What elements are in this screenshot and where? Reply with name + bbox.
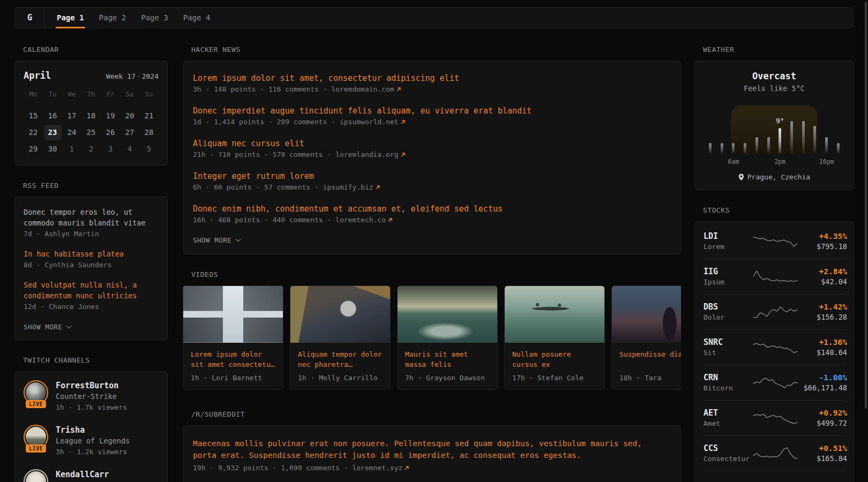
twitch-channel-row[interactable]: KendallCarr — [24, 469, 159, 482]
app-logo[interactable]: G — [15, 7, 45, 28]
video-meta: 1h · Lori Barnett — [191, 374, 275, 382]
weather-section: WEATHER Overcast Feels like 5°C — [694, 46, 854, 190]
twitch-channel-row[interactable]: LIVE Trisha League of Legends 3h · 1.2k … — [24, 425, 159, 457]
video-card[interactable]: Mauris sit amet massa felis 7h · Grayson… — [397, 285, 498, 390]
hackernews-item-title[interactable]: Donec enim nibh, condimentum et accumsan… — [193, 204, 671, 214]
page-tab[interactable]: Page 3 — [133, 7, 176, 28]
channel-name: Trisha — [56, 425, 130, 435]
video-meta: 18h · Tara — [619, 374, 681, 382]
top-nav-bar: G Page 1 Page 2 Page 3 Page 4 — [14, 7, 854, 28]
hackernews-item-title[interactable]: Lorem ipsum dolor sit amet, consectetur … — [193, 73, 671, 84]
hackernews-item-title[interactable]: Aliquam nec cursus elit — [193, 138, 671, 149]
stock-sparkline — [753, 478, 798, 482]
stock-row[interactable]: DBS Dolor +1.42% $156.28 — [704, 295, 845, 330]
calendar-day-cell: 23 — [43, 124, 62, 141]
stock-row[interactable]: LDI Lorem +4.35% $795.18 — [704, 224, 845, 259]
channel-category: Counter-Strike — [56, 391, 127, 402]
subreddit-post-title[interactable]: Maecenas mollis pulvinar erat non posuer… — [193, 438, 671, 461]
weather-time-label: 10pm — [819, 158, 834, 165]
rss-item-title[interactable]: In hac habitasse platea — [24, 248, 159, 259]
subreddit-section-title: /R/SUBREDDIT — [191, 410, 681, 418]
hackernews-item-title[interactable]: Donec imperdiet augue tincidunt felis al… — [193, 106, 671, 116]
weather-bar — [755, 137, 758, 154]
weather-bar-column: 6am — [732, 106, 735, 154]
stock-row[interactable]: CCS Consectetur +0.51% $165.84 — [704, 436, 845, 471]
weather-location: Prague, Czechia — [704, 173, 845, 181]
calendar-weekday: Th — [81, 87, 101, 101]
dot-separator: · — [136, 72, 142, 80]
stock-ticker: AET — [704, 408, 753, 418]
stock-sparkline — [753, 340, 798, 356]
weather-bar — [825, 137, 828, 154]
rss-item: Sed volutpat nulla nisl, a condimentum n… — [24, 280, 159, 312]
hackernews-item-title[interactable]: Integer eget rutrum lorem — [193, 171, 671, 182]
weather-bar — [837, 143, 840, 154]
stock-change-percent: +0.92% — [798, 408, 847, 418]
calendar-day-cell: 27 — [120, 124, 139, 141]
weather-bar-column — [813, 106, 816, 154]
calendar-week-year: Week 17·2024 — [106, 72, 159, 80]
stock-price: $148.64 — [798, 348, 847, 358]
right-column: WEATHER Overcast Feels like 5°C — [694, 46, 854, 482]
weather-bar-column — [744, 106, 746, 154]
video-card[interactable]: Aliquam tempor dolor nec pharetra… 1h · … — [290, 285, 391, 390]
twitch-channel-row[interactable]: LIVE ForrestBurton Counter-Strike 1h · 1… — [24, 380, 159, 413]
stock-ticker: LDI — [704, 231, 753, 242]
hackernews-card: Lorem ipsum dolor sit amet, consectetur … — [183, 61, 681, 254]
external-link-icon — [400, 119, 406, 125]
calendar-day-cell: 29 — [24, 141, 43, 157]
video-title[interactable]: Lorem ipsum dolor sit amet consectetu… — [191, 349, 275, 370]
video-thumbnail — [290, 286, 390, 343]
stock-change-percent: +4.35% — [798, 231, 847, 242]
hackernews-section: HACKER NEWS Lorem ipsum dolor sit amet, … — [183, 46, 681, 254]
hackernews-item: Aliquam nec cursus elit 21h · 710 points… — [193, 138, 671, 160]
rss-item-title[interactable]: Donec tempor eros leo, ut commodo mauris… — [24, 207, 159, 228]
page-tab[interactable]: Page 1 — [49, 7, 92, 28]
stock-name: Consectetur — [704, 454, 753, 464]
video-card[interactable]: Lorem ipsum dolor sit amet consectetu… 1… — [183, 285, 283, 390]
hackernews-item-meta: 6h · 60 points · 57 comments · ipsumify.… — [193, 182, 671, 193]
stock-name: Amet — [704, 418, 753, 428]
weather-bar-column — [837, 106, 840, 154]
weather-condition: Overcast — [704, 71, 845, 81]
current-temp-label: 9° — [776, 117, 784, 125]
video-card[interactable]: Nullam posuere cursus ex 17h · Stefan Co… — [504, 285, 605, 390]
stock-change-percent: +1.42% — [798, 302, 847, 312]
weather-bar — [767, 137, 770, 154]
video-title[interactable]: Nullam posuere cursus ex — [512, 349, 597, 370]
calendar-day-cell: 15 — [24, 108, 43, 124]
rss-item-meta: 7d · Ashlyn Martin — [24, 229, 159, 239]
stock-sparkline — [753, 304, 798, 320]
stock-row[interactable]: SNRC Sit +1.36% $148.64 — [704, 330, 845, 365]
external-link-icon — [375, 185, 380, 190]
video-title[interactable]: Suspendisse diam — [619, 349, 681, 370]
calendar-weekday: Sa — [120, 87, 139, 101]
calendar-weekday: Tu — [43, 87, 62, 101]
stock-row[interactable]: IIG Ipsum +2.84% $42.04 — [704, 259, 845, 295]
calendar-day-cell: 20 — [120, 108, 139, 124]
weather-bar — [744, 143, 746, 154]
rss-show-more-button[interactable]: SHOW MORE — [24, 323, 159, 331]
page-scrollbar[interactable] — [865, 2, 867, 409]
stock-price: $66,171.48 — [798, 383, 847, 393]
page-tabs: Page 1 Page 2 Page 3 Page 4 — [49, 7, 218, 28]
calendar-day-cell: 3 — [101, 141, 120, 157]
rss-item-title[interactable]: Sed volutpat nulla nisl, a condimentum n… — [24, 280, 159, 301]
stock-price: $165.84 — [798, 454, 847, 464]
video-card[interactable]: Suspendisse diam 18h · Tara — [611, 285, 681, 390]
page-tab[interactable]: Page 4 — [176, 7, 218, 28]
hackernews-show-more-button[interactable]: SHOW MORE — [193, 236, 671, 244]
video-title[interactable]: Aliquam tempor dolor nec pharetra… — [298, 349, 383, 370]
twitch-section: TWITCH CHANNELS LIVE ForrestBurton Count… — [14, 356, 168, 482]
page-tab[interactable]: Page 2 — [92, 7, 134, 28]
external-link-icon — [387, 217, 393, 223]
calendar-weekday: We — [62, 87, 81, 101]
channel-category: League of Legends — [56, 435, 130, 447]
rss-item-meta: 12d · Chance Jones — [24, 302, 159, 312]
stock-row[interactable]: AHS +0.46% — [704, 471, 845, 482]
stock-change-percent: +0.51% — [798, 443, 847, 454]
video-title[interactable]: Mauris sit amet massa felis — [405, 349, 490, 370]
stock-row[interactable]: CRN Bitcorn -1.00% $66,171.48 — [704, 365, 845, 401]
stock-row[interactable]: AET Amet +0.92% $499.72 — [704, 401, 845, 436]
weather-bar-column: 10pm — [825, 106, 828, 154]
